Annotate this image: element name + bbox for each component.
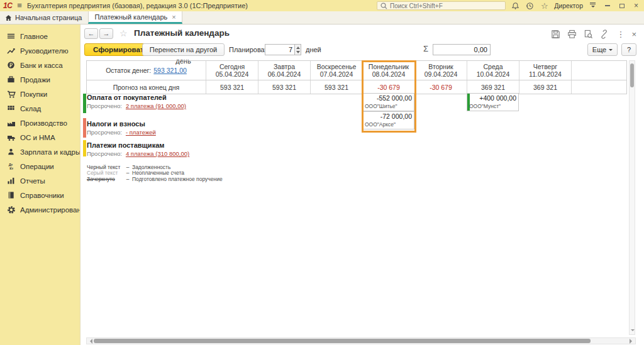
vertical-scrollbar-thumb[interactable]	[630, 63, 634, 87]
move-to-other-day-button[interactable]: Перенести на другой день	[142, 43, 225, 56]
gear-icon	[6, 205, 16, 214]
stepper-up-icon[interactable]	[295, 45, 301, 50]
group-title: Оплата от покупателей	[87, 94, 167, 101]
home-page-link[interactable]: Начальная страница	[0, 11, 88, 24]
sidebar-item-proizvodstvo[interactable]: Производство	[0, 116, 80, 130]
sidebar-item-glavnoe[interactable]: Главное	[0, 29, 80, 43]
window-titlebar: 1С ≡ Бухгалтерия предприятия (базовая), …	[0, 0, 644, 11]
minimize-button[interactable]	[602, 1, 612, 11]
column-header[interactable]: Завтра06.04.2024	[258, 61, 311, 80]
forecast-value[interactable]: 369 321	[519, 80, 572, 94]
favorite-star-icon[interactable]: ☆	[119, 28, 128, 38]
column-header-selected[interactable]: Понедельник08.04.2024	[363, 61, 415, 80]
help-button[interactable]: ?	[621, 43, 636, 56]
book-icon	[6, 190, 16, 200]
plan-days-stepper[interactable]	[265, 44, 301, 55]
vertical-scrollbar[interactable]	[629, 60, 635, 335]
column-header[interactable]: Сегодня05.04.2024	[206, 61, 258, 80]
scroll-right-arrow-icon[interactable]	[630, 339, 635, 344]
payment-cell[interactable]: -72 000,00 ООО"Арксе"	[362, 111, 414, 129]
sidebar-item-administrirovanie[interactable]: Администрирование	[0, 202, 80, 217]
column-header[interactable]: Вторник09.04.2024	[415, 61, 467, 80]
payment-cell-incoming[interactable]: +400 000,00 ООО"Мунст"	[467, 93, 519, 111]
chevron-down-icon	[609, 49, 613, 53]
legend: Черный текст – Задолженность Серый текст…	[87, 164, 223, 182]
sidebar-item-operacii[interactable]: Дт Кт Операции	[0, 159, 80, 173]
group-title: Налоги и взносы	[87, 120, 145, 128]
favorites-star-icon[interactable]: ☆	[540, 1, 549, 11]
briefcase-icon	[6, 75, 16, 84]
save-icon[interactable]	[551, 30, 560, 39]
sidebar-item-otchety[interactable]: Отчеты	[0, 173, 80, 188]
legend-row: Зачеркнуто – Подготовлено платежное пору…	[87, 176, 223, 182]
close-window-button[interactable]: ×	[631, 1, 641, 11]
sidebar-nav: Главное Руководителю Банк и касса Продаж…	[0, 25, 80, 345]
tab-label: Платежный календарь	[94, 13, 167, 21]
column-header[interactable]: Воскресенье07.04.2024	[311, 61, 363, 80]
tab-bar: Начальная страница Платежный календарь ×	[0, 11, 644, 25]
forecast-value[interactable]: 369 321	[467, 80, 519, 94]
close-form-icon[interactable]: ×	[631, 30, 636, 39]
horizontal-scrollbar[interactable]	[86, 337, 636, 344]
horizontal-scrollbar-thumb[interactable]	[94, 339, 591, 343]
forecast-value[interactable]: 593 321	[206, 80, 258, 94]
trend-chart-icon	[6, 46, 16, 55]
page-title: Платежный календарь	[134, 28, 230, 38]
column-header[interactable]: Среда10.04.2024	[467, 61, 519, 80]
scroll-down-arrow-icon[interactable]	[631, 329, 635, 333]
nav-back-button[interactable]: ←	[84, 28, 98, 39]
sidebar-item-os-i-nma[interactable]: ОС и НМА	[0, 130, 80, 145]
plan-days-input[interactable]	[265, 44, 294, 55]
calendar-table: Остаток денег: 593 321,00 Сегодня05.04.2…	[86, 60, 627, 94]
more-dots-icon[interactable]: ⋮	[616, 30, 625, 39]
tab-payment-calendar[interactable]: Платежный календарь ×	[88, 11, 182, 24]
boxes-grid-icon	[6, 104, 16, 113]
sum-sigma-icon: Σ	[423, 44, 428, 53]
column-header[interactable]: Четверг11.04.2024	[519, 61, 572, 80]
menu-lines-icon	[6, 31, 16, 41]
forecast-value[interactable]: -30 679	[363, 80, 415, 94]
sidebar-item-rukovoditelyu[interactable]: Руководителю	[0, 43, 80, 58]
history-icon[interactable]	[525, 1, 535, 11]
forecast-value[interactable]: 593 321	[258, 80, 311, 94]
main-menu-icon[interactable]: ≡	[17, 3, 22, 9]
stepper-down-icon[interactable]	[295, 50, 301, 55]
notifications-bell-icon[interactable]	[511, 1, 520, 11]
cart-icon	[6, 89, 16, 99]
tab-close-icon[interactable]: ×	[172, 13, 175, 21]
app-title: Бухгалтерия предприятия (базовая), редак…	[27, 2, 248, 9]
preview-icon[interactable]	[584, 30, 593, 39]
payment-cell[interactable]: -552 000,00 ООО"Шитье"	[362, 93, 414, 111]
scroll-left-arrow-icon[interactable]	[87, 339, 92, 344]
dt-kt-icon: Дт Кт	[6, 162, 16, 171]
balance-amount-link[interactable]: 593 321,00	[153, 67, 187, 74]
sidebar-item-zarplata-i-kadry[interactable]: Зарплата и кадры	[0, 145, 80, 159]
search-input[interactable]	[390, 3, 503, 9]
sidebar-item-pokupki[interactable]: Покупки	[0, 87, 80, 101]
forecast-empty	[572, 80, 626, 94]
sidebar-item-prodazhi[interactable]: Продажи	[0, 72, 80, 87]
overdue-link[interactable]: 2 платежа (91 000,00)	[126, 102, 186, 109]
sum-input[interactable]	[433, 44, 491, 55]
maximize-button[interactable]	[617, 1, 626, 11]
forecast-value[interactable]: -30 679	[415, 80, 467, 94]
legend-row: Черный текст – Задолженность	[87, 164, 223, 170]
current-user[interactable]: Директор	[554, 2, 583, 9]
link-icon[interactable]	[600, 30, 609, 39]
sidebar-item-bank-i-kassa[interactable]: Банк и касса	[0, 58, 80, 72]
group-overdue: Просрочено:- платежей	[87, 129, 156, 136]
sidebar-item-sklad[interactable]: Склад	[0, 101, 80, 116]
group-title: Платежи поставщикам	[87, 141, 164, 149]
group-bar-yellow	[83, 140, 86, 156]
forecast-label: Прогноз на конец дня	[87, 80, 206, 94]
service-menu-icon[interactable]	[588, 1, 597, 11]
sidebar-item-spravochniki[interactable]: Справочники	[0, 188, 80, 202]
overdue-link[interactable]: 4 платежа (310 800,00)	[126, 150, 189, 157]
more-button[interactable]: Еще	[587, 43, 618, 56]
truck-icon	[6, 133, 16, 142]
global-search[interactable]	[377, 1, 506, 10]
forecast-value[interactable]: 593 321	[311, 80, 363, 94]
overdue-link[interactable]: - платежей	[126, 129, 156, 136]
nav-forward-button[interactable]: →	[99, 28, 113, 39]
print-icon[interactable]	[567, 30, 577, 39]
